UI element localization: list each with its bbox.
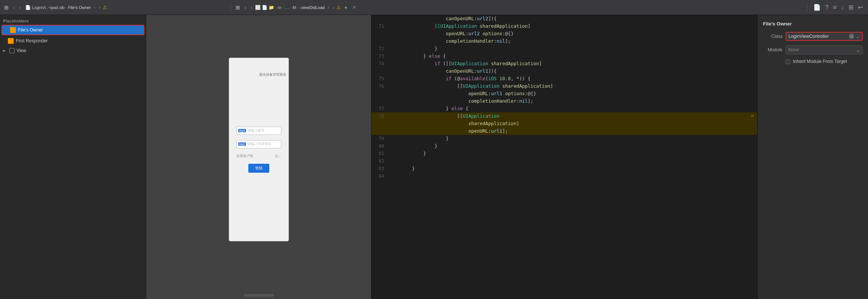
breadcrumb-m-label[interactable]: m <box>278 5 281 10</box>
clear-btn[interactable]: ✕ <box>849 34 854 39</box>
inspector-icon-file[interactable]: 📄 <box>812 3 821 12</box>
close-btn-right[interactable]: ✕ <box>350 4 358 11</box>
class-input-wrapper[interactable]: ✕ ⌄ <box>785 32 863 41</box>
row-right-label: 云... <box>275 154 281 158</box>
field1-placeholder: 请输入账号 <box>248 128 264 133</box>
breadcrumb-viewdidload[interactable]: -viewDidLoad <box>300 5 325 10</box>
code-line-80: 80 } <box>371 142 757 150</box>
dropdown-arrow-class[interactable]: ⌄ <box>856 34 860 39</box>
line-num-71: 71 <box>371 22 389 30</box>
tree-item-files-owner[interactable]: 🟧 File's Owner <box>2 25 144 35</box>
breadcrumb-owner-label[interactable]: File's Owner <box>68 5 91 10</box>
nav-right-arrow[interactable]: › <box>98 4 102 11</box>
first-responder-label: First Responder <box>16 38 48 43</box>
line-num-80: 80 <box>371 142 389 150</box>
add-btn-right[interactable]: + <box>342 3 349 11</box>
line-num-77: 77 <box>371 105 389 112</box>
code-line-78c: openURL:url1]; <box>371 127 757 135</box>
line-content-pre71: canOpenURL:url2]){ <box>389 15 748 22</box>
field2-tag: tagel <box>238 142 246 146</box>
line-content-71c: completionHandler:nil]; <box>389 37 748 45</box>
line-content-72: } <box>389 45 748 52</box>
breadcrumb-file-label[interactable]: LoginVi..~ipad.xib <box>32 5 65 10</box>
line-content-71: [[UIApplication sharedApplication] <box>389 22 748 30</box>
line-content-78c: openURL:url1]; <box>389 127 748 135</box>
line-content-79: } <box>389 135 748 142</box>
inspector-icon-grid[interactable]: ⊞ <box>848 3 854 12</box>
module-field-row: Module ⌄ <box>763 45 863 54</box>
nav-left-arrow[interactable]: ‹ <box>93 4 96 11</box>
breadcrumb-right: ⬜ 📄 📁 › m › … › M › -viewDidLoad <box>255 5 325 10</box>
breadcrumb-sep-r4: › <box>297 5 299 10</box>
code-line-74: 74 if ([[UIApplication sharedApplication… <box>371 60 757 67</box>
breadcrumb-folder-icon: 📁 <box>269 5 274 10</box>
grid-btn-right[interactable]: ⊞ <box>234 4 242 11</box>
code-line-71: 71 [[UIApplication sharedApplication] <box>371 22 757 30</box>
warning-icon-left: ⚠ <box>103 4 107 10</box>
nav-right-r[interactable]: › <box>332 4 335 11</box>
module-input[interactable] <box>788 47 854 52</box>
breadcrumb-M2-label[interactable]: M <box>293 5 296 10</box>
grid-btn[interactable]: ⊞ <box>2 4 11 11</box>
navigator-tree: Placeholders 🟧 File's Owner 🟧 First Resp… <box>0 15 146 299</box>
nav-back-btn-left[interactable]: ‹ <box>12 3 17 11</box>
nav-back-btn-right[interactable]: ‹ <box>243 3 248 11</box>
module-label: Module <box>763 47 782 52</box>
line-num-76: 76 <box>371 82 389 90</box>
code-line-83: 83 } <box>371 165 757 172</box>
mockup-field-username: tagel 请输入账号 <box>236 127 281 135</box>
warning-icon-line78: ⚠ <box>748 112 757 118</box>
ipad-mockup: 固光设备管理系统 tagel 请输入账号 tagel 请输入登录密码 设置租户组… <box>229 58 289 241</box>
breadcrumb-ellipsis[interactable]: … <box>285 5 289 10</box>
view-icon <box>9 48 15 53</box>
line-content-81: } <box>389 150 748 157</box>
line-num-72: 72 <box>371 45 389 52</box>
tree-item-first-responder[interactable]: 🟧 First Responder <box>0 36 146 46</box>
inspector-icon-arrow[interactable]: ↓ <box>840 3 845 12</box>
code-line-71c: completionHandler:nil]; <box>371 37 757 45</box>
code-line-76: 76 [[UIApplication sharedApplication] <box>371 82 757 90</box>
line-num-75: 75 <box>371 75 389 82</box>
xib-canvas: 固光设备管理系统 tagel 请输入账号 tagel 请输入登录密码 设置租户组… <box>146 15 371 299</box>
breadcrumb-file-icon: 📄 <box>25 5 31 10</box>
dropdown-arrow-module[interactable]: ⌄ <box>856 47 860 53</box>
breadcrumb-doc-icon: 📄 <box>262 5 267 10</box>
class-label: Class <box>763 34 782 39</box>
inspector-icon-help[interactable]: ? <box>824 3 829 12</box>
code-line-pre71: canOpenURL:url2]){ <box>371 15 757 22</box>
inspector-panel: File's Owner Class ✕ ⌄ Module ⌄ <box>757 15 868 299</box>
view-disclosure-icon[interactable]: ▶ <box>3 49 8 52</box>
nav-fwd-btn-left[interactable]: › <box>18 3 23 11</box>
mockup-title: 固光设备管理系统 <box>259 72 286 77</box>
code-line-78: 78 [[UIApplication ⚠ <box>371 112 757 120</box>
mockup-login-btn[interactable]: 登陆 <box>248 164 269 173</box>
class-input[interactable] <box>788 34 847 39</box>
inherit-checkbox[interactable] <box>785 59 790 64</box>
nav-fwd-btn-right[interactable]: › <box>249 3 254 11</box>
line-content-78b: sharedApplication] <box>389 120 748 127</box>
code-line-74b: canOpenURL:url1]){ <box>371 67 757 75</box>
code-scroll[interactable]: canOpenURL:url2]){ 71 [[UIApplication sh… <box>371 15 757 299</box>
breadcrumb-sep-r3: › <box>290 5 292 10</box>
inspector-content: File's Owner Class ✕ ⌄ Module ⌄ <box>758 15 868 70</box>
inherit-checkbox-row: Inherit Module From Target <box>785 59 863 64</box>
canvas-scrollbar[interactable] <box>244 294 274 297</box>
line-content-80: } <box>389 142 748 150</box>
code-line-77: 77 } else { <box>371 105 757 112</box>
tree-item-view[interactable]: ▶ View <box>0 46 146 55</box>
nav-left-r[interactable]: ‹ <box>327 4 330 11</box>
inspector-icon-list[interactable]: ≡ <box>832 3 837 12</box>
first-responder-icon: 🟧 <box>8 38 14 44</box>
canvas-content: 固光设备管理系统 tagel 请输入账号 tagel 请输入登录密码 设置租户组… <box>146 15 371 299</box>
code-line-76c: completionHandler:nil]; <box>371 97 757 105</box>
line-num-83: 83 <box>371 165 389 172</box>
module-input-wrapper[interactable]: ⌄ <box>785 45 863 54</box>
line-content-82 <box>389 157 748 165</box>
line-content-74: if ([[UIApplication sharedApplication] <box>389 60 748 67</box>
toolbar-left-section: ⊞ ‹ › 📄 LoginVi..~ipad.xib › File's Owne… <box>2 3 227 11</box>
code-line-76b: openURL:url1 options:@{} <box>371 90 757 97</box>
code-line-73: 73 } else { <box>371 52 757 60</box>
inspector-toolbar-icons: 📄 ? ≡ ↓ ⊞ ↩ <box>810 3 866 12</box>
line-content-76b: openURL:url1 options:@{} <box>389 90 748 97</box>
inspector-icon-return[interactable]: ↩ <box>857 3 863 12</box>
